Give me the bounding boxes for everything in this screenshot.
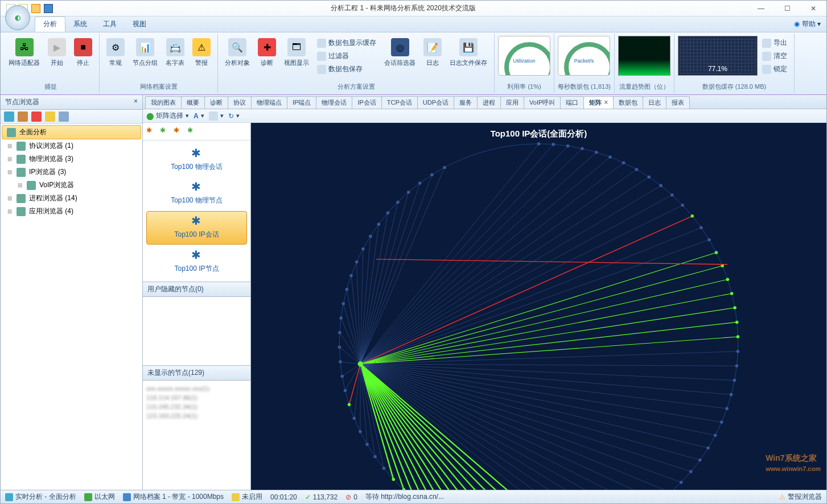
svg-point-40 (733, 306, 737, 309)
adapter-button[interactable]: 🖧网络适配器 (5, 36, 43, 81)
matrix-item-2[interactable]: Top100 IP会话 (146, 211, 247, 245)
general-button[interactable]: ⚙常规 (103, 36, 128, 81)
view-display-button[interactable]: 🗔视图显示 (281, 36, 312, 81)
traffic-chart[interactable] (618, 36, 670, 76)
filter-button[interactable]: 过滤器 (315, 50, 378, 62)
clear-button[interactable]: 清空 (760, 50, 789, 62)
svg-line-1 (360, 144, 538, 364)
tree-node-3[interactable]: ⊞IP浏览器 (3) (2, 166, 141, 179)
help-link[interactable]: ◉ 帮助 ▾ (794, 19, 826, 29)
packet-save-button[interactable]: 数据包保存 (315, 63, 378, 75)
tab-12[interactable]: 应用 (500, 96, 524, 109)
tree-node-1[interactable]: ⊞协议浏览器 (1) (2, 139, 141, 152)
qa-folder-icon[interactable] (31, 4, 40, 13)
tab-9[interactable]: UDP会话 (417, 96, 454, 109)
diagnosis-button[interactable]: ✚诊断 (254, 36, 279, 81)
svg-point-38 (730, 292, 734, 295)
hidden-nodes-header[interactable]: 用户隐藏的节点(0) (143, 282, 250, 297)
tab-6[interactable]: 物理会话 (316, 96, 352, 109)
tree-node-6[interactable]: ⊞应用浏览器 (4) (2, 205, 141, 218)
tab-14[interactable]: 端口 (560, 96, 584, 109)
tb-icon-5[interactable] (59, 111, 69, 122)
svg-point-34 (721, 265, 725, 268)
tb-icon-3[interactable] (31, 111, 42, 122)
tool-button[interactable]: ▾ (209, 111, 224, 121)
tab-2[interactable]: 诊断 (204, 96, 228, 109)
matrix-item-0[interactable]: Top100 物理会话 (146, 144, 247, 176)
menu-tab-system[interactable]: 系统 (65, 17, 95, 31)
tab-16[interactable]: 数据包 (613, 96, 643, 109)
stop-button[interactable]: ■停止 (71, 36, 96, 81)
tree-node-0[interactable]: 全面分析 (2, 125, 141, 139)
svg-point-144 (361, 247, 365, 251)
export-button[interactable]: 导出 (760, 37, 789, 49)
mnav-icon-2[interactable]: ✱ (160, 126, 170, 137)
mnav-icon-3[interactable]: ✱ (174, 126, 184, 137)
analysis-object-button[interactable]: 🔍分析对象 (221, 36, 253, 81)
svg-point-124 (344, 389, 347, 393)
svg-line-123 (345, 364, 360, 391)
tree-node-2[interactable]: ⊞物理浏览器 (3) (2, 152, 141, 166)
nodegroup-button[interactable]: 📊节点分组 (129, 36, 161, 81)
log-button[interactable]: 📝日志 (420, 36, 445, 81)
tab-13[interactable]: VoIP呼叫 (524, 96, 561, 109)
menu-tab-view[interactable]: 视图 (125, 17, 154, 31)
tab-4[interactable]: 物理端点 (251, 96, 287, 109)
menu-tab-tools[interactable]: 工具 (95, 17, 125, 31)
tab-1[interactable]: 概要 (181, 96, 205, 109)
tab-7[interactable]: IP会话 (352, 96, 381, 109)
lock-button[interactable]: 锁定 (760, 63, 789, 75)
status-realtime[interactable]: 实时分析 - 全面分析 (5, 492, 76, 502)
font-button[interactable]: A▾ (194, 112, 204, 120)
svg-point-50 (733, 379, 737, 382)
close-button[interactable]: ✕ (800, 1, 826, 16)
matrix-select-button[interactable]: ⬤矩阵选择 ▾ (146, 111, 189, 121)
tab-5[interactable]: IP端点 (287, 96, 316, 109)
mnav-icon-4[interactable]: ✱ (187, 126, 198, 137)
packets-gauge[interactable]: Packet/s (558, 36, 610, 76)
menu-tab-analysis[interactable]: 分析 (35, 16, 65, 32)
tb-icon-2[interactable] (18, 111, 28, 122)
matrix-item-1[interactable]: Top100 物理节点 (146, 177, 247, 210)
app-logo-icon[interactable]: ◐ (5, 5, 30, 30)
svg-point-20 (659, 184, 663, 188)
tree-node-5[interactable]: ⊞进程浏览器 (14) (2, 192, 141, 205)
tab-15[interactable]: 矩阵× (583, 96, 614, 109)
notshown-nodes-header[interactable]: 未显示的节点(129) (143, 366, 250, 381)
tb-icon-4[interactable] (45, 111, 55, 122)
svg-point-160 (443, 166, 446, 170)
alarm-button[interactable]: ⚠警报 (189, 36, 214, 81)
tab-18[interactable]: 报表 (666, 96, 690, 109)
utilization-gauge[interactable]: Utilization (498, 36, 550, 76)
svg-line-89 (360, 364, 522, 490)
status-profile[interactable]: 网络档案 1 - 带宽 - 1000Mbps (123, 492, 224, 502)
refresh-button[interactable]: ↻▾ (228, 112, 240, 120)
mnav-icon-1[interactable]: ✱ (146, 126, 157, 137)
status-filter[interactable]: 未启用 (232, 492, 262, 502)
nametable-button[interactable]: 📇名字表 (162, 36, 188, 81)
tab-17[interactable]: 日志 (643, 96, 666, 109)
start-button[interactable]: ▶开始 (44, 36, 69, 81)
matrix-item-3[interactable]: Top100 IP节点 (146, 246, 247, 278)
minimize-button[interactable]: — (748, 1, 774, 16)
sidebar-close-icon[interactable]: × (134, 97, 138, 107)
qa-save-icon[interactable] (44, 4, 53, 13)
maximize-button[interactable]: ☐ (774, 1, 800, 16)
tb-icon-1[interactable] (4, 111, 14, 122)
log-save-button[interactable]: 💾日志文件保存 (446, 36, 491, 81)
status-alarm[interactable]: ⚠警报浏览器 (779, 492, 822, 502)
tab-3[interactable]: 协议 (228, 96, 252, 109)
tab-8[interactable]: TCP会话 (381, 96, 418, 109)
matrix-visualization[interactable]: Top100 IP会话(全面分析) Win7系统之家www.winwin7.co… (251, 123, 826, 490)
tab-11[interactable]: 进程 (477, 96, 501, 109)
session-filter-button[interactable]: ◎会话筛选器 (381, 36, 419, 81)
svg-line-19 (360, 185, 661, 364)
svg-point-146 (369, 235, 372, 238)
packet-buffer-button[interactable]: 数据包显示缓存 (315, 37, 378, 49)
status-ethernet[interactable]: 以太网 (84, 492, 115, 502)
tree-node-4[interactable]: ⊞VoIP浏览器 (2, 179, 141, 192)
tab-0[interactable]: 我的图表 (145, 96, 182, 109)
buffer-meter[interactable]: 77.1% (678, 36, 758, 76)
tab-10[interactable]: 服务 (454, 96, 478, 109)
svg-line-55 (360, 364, 722, 422)
